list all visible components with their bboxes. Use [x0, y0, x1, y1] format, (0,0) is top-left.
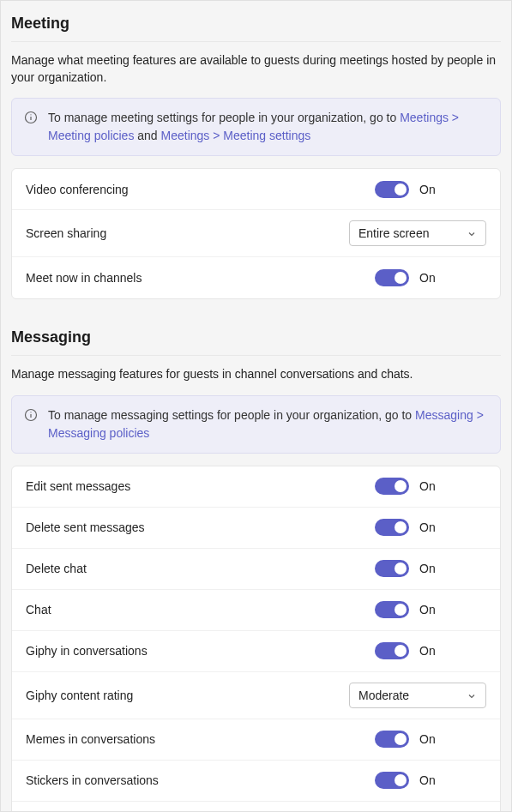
stickers-toggle[interactable]: [375, 772, 409, 789]
meet-now-state: On: [419, 271, 445, 285]
meet-now-row: Meet now in channels On: [12, 257, 500, 298]
meeting-info-banner: To manage meeting settings for people in…: [11, 98, 501, 156]
stickers-state: On: [419, 773, 445, 787]
meeting-settings-card: Video conferencing On Screen sharing Ent…: [11, 168, 501, 299]
chat-row: Chat On: [12, 590, 500, 631]
stickers-row: Stickers in conversations On: [12, 761, 500, 802]
video-conferencing-toggle[interactable]: [375, 181, 409, 198]
giphy-rating-row: Giphy content rating Moderate: [12, 672, 500, 719]
delete-chat-label: Delete chat: [26, 562, 87, 575]
giphy-rating-label: Giphy content rating: [26, 689, 133, 702]
giphy-state: On: [419, 644, 445, 658]
giphy-rating-select[interactable]: Moderate: [349, 683, 486, 708]
meet-now-toggle[interactable]: [375, 269, 409, 286]
messaging-settings-card: Edit sent messages On Delete sent messag…: [11, 466, 501, 812]
chevron-down-icon: [467, 690, 477, 701]
meeting-banner-text: To manage meeting settings for people in…: [48, 109, 488, 145]
delete-sent-toggle[interactable]: [375, 519, 409, 536]
delete-chat-state: On: [419, 562, 445, 575]
giphy-rating-value: Moderate: [358, 689, 409, 702]
info-icon: [24, 408, 38, 422]
messaging-info-banner: To manage messaging settings for people …: [11, 395, 501, 454]
edit-sent-state: On: [419, 479, 445, 493]
info-icon: [24, 111, 38, 124]
giphy-label: Giphy in conversations: [26, 644, 148, 658]
chat-label: Chat: [26, 603, 51, 617]
giphy-toggle[interactable]: [375, 642, 409, 659]
memes-label: Memes in conversations: [26, 732, 155, 746]
meet-now-label: Meet now in channels: [26, 271, 142, 285]
giphy-row: Giphy in conversations On: [12, 631, 500, 672]
meeting-section-title: Meeting: [11, 9, 501, 42]
svg-point-5: [30, 412, 31, 412]
messaging-section-title: Messaging: [11, 323, 501, 356]
stickers-label: Stickers in conversations: [26, 773, 159, 787]
screen-sharing-value: Entire screen: [358, 226, 429, 240]
edit-sent-label: Edit sent messages: [26, 479, 130, 493]
delete-sent-row: Delete sent messages On: [12, 508, 500, 549]
memes-row: Memes in conversations On: [12, 719, 500, 761]
delete-chat-row: Delete chat On: [12, 549, 500, 590]
chat-state: On: [419, 603, 445, 617]
chat-toggle[interactable]: [375, 601, 409, 618]
delete-sent-label: Delete sent messages: [26, 520, 145, 534]
delete-sent-state: On: [419, 520, 445, 534]
video-conferencing-row: Video conferencing On: [12, 169, 500, 210]
messaging-section-desc: Manage messaging features for guests in …: [11, 366, 501, 383]
screen-sharing-select[interactable]: Entire screen: [349, 220, 486, 246]
memes-toggle[interactable]: [375, 731, 409, 748]
screen-sharing-label: Screen sharing: [26, 226, 106, 240]
video-conferencing-label: Video conferencing: [26, 183, 129, 196]
video-conferencing-state: On: [419, 183, 445, 196]
screen-sharing-row: Screen sharing Entire screen: [12, 210, 500, 257]
memes-state: On: [419, 732, 445, 746]
meeting-section-desc: Manage what meeting features are availab…: [11, 52, 501, 86]
meeting-settings-link[interactable]: Meetings > Meeting settings: [161, 129, 311, 142]
edit-sent-row: Edit sent messages On: [12, 466, 500, 508]
delete-chat-toggle[interactable]: [375, 560, 409, 577]
messaging-banner-text: To manage messaging settings for people …: [48, 406, 488, 442]
svg-point-2: [30, 114, 31, 115]
edit-sent-toggle[interactable]: [375, 478, 409, 495]
immersive-row: Immersive reader for messages On: [12, 802, 500, 812]
chevron-down-icon: [467, 228, 477, 238]
